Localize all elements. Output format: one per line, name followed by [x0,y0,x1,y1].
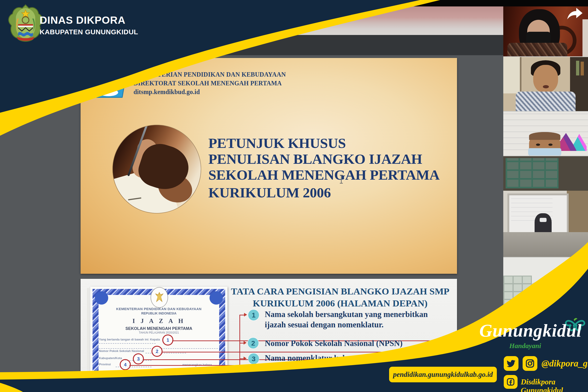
slide-title-line3: SEKOLAH MENENGAH PERTAMA [208,167,440,183]
ijazah-certificate-figure: KEMENTERIAN PENDIDIKAN DAN KEBUDAYAAN RE… [90,287,227,392]
ministry-line1: KEMENTERIAN PENDIDIKAN DAN KEBUDAYAAN [134,70,286,79]
slide-title-line1: PETUNJUK KHUSUS [208,135,440,151]
website-url: pendidikan.gunungkidulkab.go.id [393,370,493,379]
participant-video-4[interactable] [503,156,588,257]
slide2-title-line1: TATA CARA PENGISIAN BLANGKO IJAZAH SMP [223,285,457,297]
certificate-note: menerangkan bahwa [182,363,212,366]
certificate-field3-label: Kabupaten/Kota [99,356,122,360]
website-badge: pendidikan.gunungkidulkab.go.id [389,367,497,382]
face-mask [540,218,546,222]
item-3-badge: 3 [248,353,259,364]
annotation-line [129,365,244,366]
facebook-icon[interactable] [504,375,517,389]
slide2-title: TATA CARA PENGISIAN BLANGKO IJAZAH SMP K… [223,285,457,309]
text-cursor [341,175,342,184]
certificate-mark-1: 1 [162,334,173,346]
annotation-line [162,352,456,352]
facebook-page-name: Disdikpora Gunungkidul [521,378,588,392]
certificate-subtitle: SEKOLAH MENENGAH PERTAMA [90,326,227,331]
footer-region-logo: Gunungkidul [479,320,582,341]
item-2-badge: 2 [248,338,258,348]
annotation-arrow [244,313,247,316]
slide-title-line2: PENULISAN BLANGKO IJAZAH [208,151,440,167]
participant-video-3[interactable] [503,111,588,156]
window-grid [506,158,558,188]
annotation-arrow [243,356,246,360]
twitter-icon[interactable] [504,356,518,371]
share-arrow-icon[interactable] [566,7,583,20]
instagram-icon[interactable] [523,356,537,371]
slide-title: PETUNJUK KHUSUS PENULISAN BLANGKO IJAZAH… [208,135,440,200]
certificate-header2: REPUBLIK INDONESIA [90,312,227,315]
participant-video-5[interactable] [503,257,588,308]
agency-region: KABUPATEN GUNUNGKIDUL [40,28,138,36]
annotation-arrow [243,341,246,344]
certificate-year: TAHUN PELAJARAN 2020/2021 [90,331,227,334]
item-1-text: Nama sekolah bersangkutan yang menerbitk… [265,309,457,330]
face-mask [528,148,561,156]
slide-title-line4: KURIKULUM 2006 [208,185,440,200]
annotation-stub [239,343,244,344]
writing-hand-photo [113,125,201,213]
certificate-mark-4: 4 [120,359,131,370]
ministry-header: KEMENTERIAN PENDIDIKAN DAN KEBUDAYAAN DI… [134,70,286,96]
item-1-badge: 1 [248,310,259,320]
social-handle: @dikpora_gk [541,358,588,369]
certificate-field1-label: Yang bertanda tangan di bawah ini: Kepal… [99,338,160,341]
eyeglasses [527,301,558,304]
annotation-stub [239,315,244,316]
certificate-field4-label: Provinsi [99,362,111,366]
garuda-emblem-icon [151,287,168,308]
footer-tagline: Handayani [509,342,541,350]
slide2-title-line2: KURIKULUM 2006 (HALAMAN DEPAN) [223,297,457,309]
agency-name: DINAS DIKPORA [40,14,125,26]
kemdikbud-logo-icon [88,62,129,104]
certificate-header1: KEMENTERIAN PENDIDIKAN DAN KEBUDAYAAN [90,307,227,311]
ministry-line2: DIREKTORAT SEKOLAH MENENGAH PERTAMA [134,79,286,88]
pdf-toolbar: 12 / 55 − 100% + [0,35,503,56]
certificate-field2-label: Nomor Pokok Sekolah Nasional [99,349,144,353]
annotation-rail [239,315,240,382]
window-top-strip [0,0,588,7]
screenshot-root: 12 / 55 − 100% + KEMENTERIAN PENDIDIKAN … [0,0,588,392]
pdf-page-12: KEMENTERIAN PENDIDIKAN DAN KEBUDAYAAN DI… [81,58,457,274]
ministry-site: ditsmp.kemdikbud.go.id [134,88,286,96]
gunungkidul-crest-icon [7,4,44,45]
certificate-mark-2: 2 [151,346,163,357]
annotation-stub [239,358,244,359]
certificate-mark-3: 3 [133,353,144,364]
participant-video-2[interactable] [503,56,588,111]
item-2-text: Nomor Pokok Sekolah Nasional (NPSN) [265,338,457,348]
certificate-title: I J A Z A H [90,318,227,324]
